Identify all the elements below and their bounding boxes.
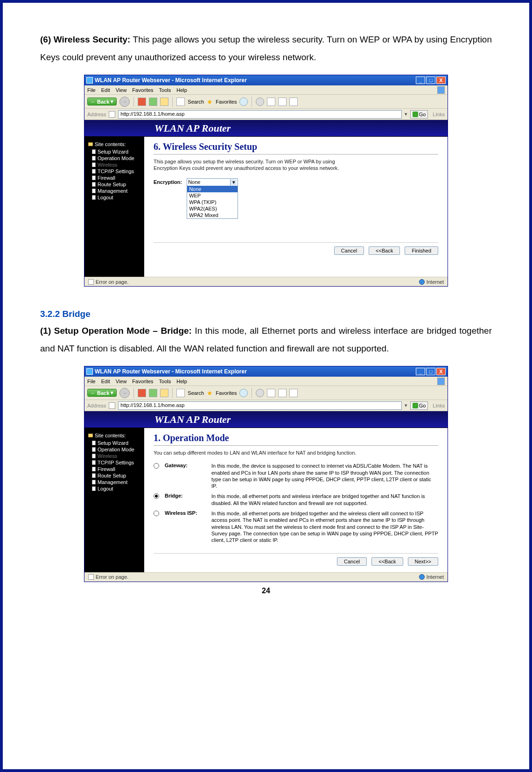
encryption-option[interactable]: WEP bbox=[187, 192, 238, 199]
mode-gateway[interactable]: Gateway: In this mode, the device is sup… bbox=[154, 463, 438, 489]
menu-file[interactable]: File bbox=[87, 87, 96, 93]
minimize-button[interactable]: _ bbox=[416, 368, 425, 375]
go-button[interactable]: Go bbox=[410, 401, 428, 410]
stop-icon[interactable] bbox=[138, 389, 146, 397]
radio-icon[interactable] bbox=[154, 511, 159, 516]
print-icon[interactable] bbox=[278, 98, 287, 106]
gear-icon[interactable] bbox=[256, 389, 264, 397]
radio-icon[interactable] bbox=[154, 493, 159, 499]
url-input[interactable]: http://192.168.1.1/home.asp bbox=[118, 110, 401, 119]
print-icon[interactable] bbox=[278, 389, 287, 397]
radio-icon[interactable] bbox=[154, 463, 159, 469]
search-icon[interactable] bbox=[176, 98, 185, 106]
mail-icon[interactable] bbox=[267, 98, 275, 106]
url-dropdown-icon[interactable]: ▾ bbox=[405, 402, 407, 408]
refresh-icon[interactable] bbox=[149, 98, 157, 106]
mode-desc: In this mode, all ethernet ports are bri… bbox=[211, 510, 438, 543]
history-icon[interactable] bbox=[239, 389, 248, 397]
section-heading-bridge: 3.2.2 Bridge bbox=[40, 309, 492, 319]
url-dropdown-icon[interactable]: ▾ bbox=[405, 111, 407, 117]
menu-edit[interactable]: Edit bbox=[101, 87, 110, 93]
encryption-option[interactable]: WPA2(AES) bbox=[187, 205, 238, 212]
sidebar-item-tcpip[interactable]: TCP/IP Settings bbox=[92, 168, 142, 174]
menu-edit[interactable]: Edit bbox=[101, 379, 110, 384]
sidebar-item-setup-wizard[interactable]: Setup Wizard bbox=[92, 440, 142, 446]
menu-help[interactable]: Help bbox=[176, 379, 187, 384]
favorites-icon[interactable]: ★ bbox=[207, 98, 213, 105]
favorites-label[interactable]: Favorites bbox=[216, 390, 237, 396]
sidebar-item-wireless[interactable]: Wireless bbox=[92, 453, 142, 459]
edit-icon[interactable] bbox=[289, 98, 298, 106]
sidebar-item-management[interactable]: Management bbox=[92, 479, 142, 485]
screenshot-operation-mode: WLAN AP Router Webserver - Microsoft Int… bbox=[84, 366, 448, 582]
globe-icon bbox=[419, 279, 425, 285]
sidebar-item-setup-wizard[interactable]: Setup Wizard bbox=[92, 149, 142, 154]
maximize-button[interactable]: □ bbox=[426, 77, 435, 84]
next-button[interactable]: Next>> bbox=[408, 557, 438, 566]
mode-bridge[interactable]: Bridge: In this mode, all ethernet ports… bbox=[154, 493, 438, 506]
folder-icon bbox=[88, 434, 93, 437]
window-titlebar: WLAN AP Router Webserver - Microsoft Int… bbox=[84, 75, 448, 85]
close-button[interactable]: X bbox=[436, 368, 446, 375]
sidebar-item-route-setup[interactable]: Route Setup bbox=[92, 182, 142, 187]
home-icon[interactable] bbox=[160, 389, 168, 397]
encryption-option[interactable]: WPA (TKIP) bbox=[187, 199, 238, 205]
url-input[interactable]: http://192.168.1.1/home.asp bbox=[118, 401, 401, 410]
sidebar-item-logout[interactable]: Logout bbox=[92, 195, 142, 200]
maximize-button[interactable]: □ bbox=[426, 368, 435, 375]
links-label[interactable]: Links bbox=[433, 403, 445, 408]
minimize-button[interactable]: _ bbox=[416, 77, 425, 84]
back-button[interactable]: ← Back ▾ bbox=[87, 389, 117, 397]
edit-icon[interactable] bbox=[289, 389, 298, 397]
favorites-icon[interactable]: ★ bbox=[207, 389, 213, 397]
forward-button[interactable]: → bbox=[119, 388, 130, 398]
menu-favorites[interactable]: Favorites bbox=[132, 87, 153, 93]
history-icon[interactable] bbox=[239, 98, 248, 106]
forward-button[interactable]: → bbox=[119, 97, 130, 107]
menu-favorites[interactable]: Favorites bbox=[132, 379, 153, 384]
sidebar-item-wireless[interactable]: Wireless bbox=[92, 162, 142, 168]
cancel-button[interactable]: Cancel bbox=[337, 557, 367, 566]
search-label[interactable]: Search bbox=[188, 99, 204, 105]
finished-button[interactable]: Finished bbox=[405, 246, 438, 255]
back-button[interactable]: ← Back ▾ bbox=[87, 98, 117, 105]
sidebar-item-operation-mode[interactable]: Operation Mode bbox=[92, 155, 142, 161]
menu-view[interactable]: View bbox=[116, 379, 127, 384]
cancel-button[interactable]: Cancel bbox=[334, 246, 364, 255]
menu-tools[interactable]: Tools bbox=[159, 87, 171, 93]
sidebar-item-logout[interactable]: Logout bbox=[92, 486, 142, 491]
page-icon bbox=[109, 111, 115, 118]
encryption-select[interactable]: None▾ None WEP WPA (TKIP) WPA2(AES) WPA2… bbox=[187, 178, 238, 219]
sidebar-item-firewall[interactable]: Firewall bbox=[92, 175, 142, 181]
home-icon[interactable] bbox=[160, 98, 168, 106]
status-text: Error on page. bbox=[96, 279, 128, 285]
search-icon[interactable] bbox=[176, 389, 185, 397]
address-bar: Address http://192.168.1.1/home.asp ▾ Go… bbox=[84, 400, 448, 411]
refresh-icon[interactable] bbox=[149, 389, 157, 397]
toolbar: ← Back ▾ → Search ★ Favorites bbox=[84, 386, 448, 400]
menu-tools[interactable]: Tools bbox=[159, 379, 171, 384]
back-button[interactable]: <<Back bbox=[371, 557, 403, 566]
menu-help[interactable]: Help bbox=[176, 87, 187, 93]
back-button[interactable]: <<Back bbox=[369, 246, 400, 255]
close-button[interactable]: X bbox=[436, 77, 446, 84]
menu-file[interactable]: File bbox=[87, 379, 96, 384]
menu-view[interactable]: View bbox=[116, 87, 127, 93]
sidebar-item-operation-mode[interactable]: Operation Mode bbox=[92, 447, 142, 452]
go-button[interactable]: Go bbox=[410, 110, 428, 119]
encryption-option[interactable]: WPA2 Mixed bbox=[187, 212, 238, 218]
chevron-down-icon[interactable]: ▾ bbox=[230, 179, 237, 185]
stop-icon[interactable] bbox=[138, 98, 146, 106]
mode-wireless-isp[interactable]: Wireless ISP: In this mode, all ethernet… bbox=[154, 510, 438, 543]
encryption-option[interactable]: None bbox=[187, 186, 238, 192]
menubar: File Edit View Favorites Tools Help bbox=[84, 85, 448, 95]
sidebar-item-management[interactable]: Management bbox=[92, 188, 142, 194]
search-label[interactable]: Search bbox=[188, 390, 204, 396]
links-label[interactable]: Links bbox=[433, 112, 445, 117]
sidebar-item-tcpip[interactable]: TCP/IP Settings bbox=[92, 460, 142, 465]
gear-icon[interactable] bbox=[256, 98, 264, 106]
sidebar-item-route-setup[interactable]: Route Setup bbox=[92, 473, 142, 478]
sidebar-item-firewall[interactable]: Firewall bbox=[92, 466, 142, 472]
favorites-label[interactable]: Favorites bbox=[216, 99, 237, 105]
mail-icon[interactable] bbox=[267, 389, 275, 397]
